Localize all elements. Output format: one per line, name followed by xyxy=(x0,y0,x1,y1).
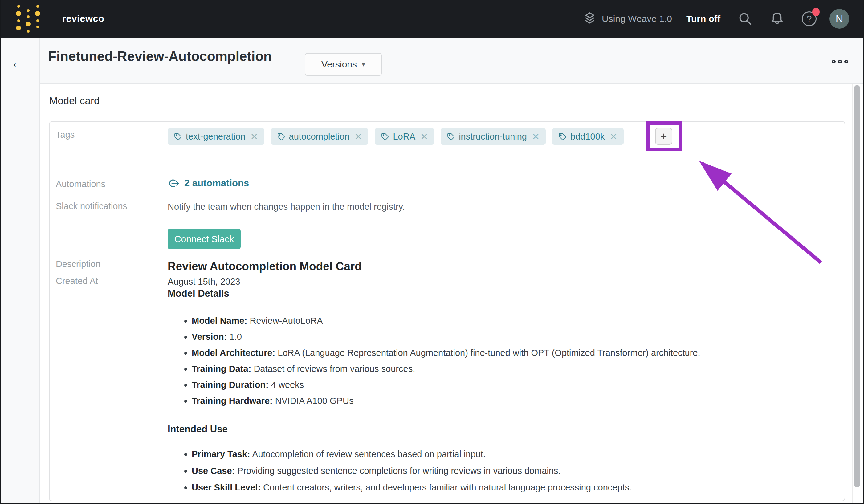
notifications-bell-icon[interactable] xyxy=(761,12,793,26)
model-details-heading: Model Details xyxy=(168,288,830,299)
created-at-label: Created At xyxy=(56,276,98,286)
tag-icon xyxy=(558,132,567,141)
tag-chip[interactable]: autocompletion ✕ xyxy=(271,128,369,145)
window-edge-left xyxy=(0,0,1,504)
remove-tag-icon[interactable]: ✕ xyxy=(355,131,362,142)
list-item: Training Duration: 4 weeks xyxy=(192,377,830,393)
overflow-menu-icon[interactable] xyxy=(832,60,848,63)
avatar[interactable]: N xyxy=(829,9,849,29)
tag-icon xyxy=(447,132,455,141)
list-item: Model Architecture: LoRA (Language Repre… xyxy=(192,345,830,361)
tag-icon xyxy=(174,132,182,141)
notification-dot xyxy=(812,8,820,16)
weave-layers-icon xyxy=(583,11,597,26)
model-card-section-title: Model card xyxy=(49,95,99,107)
turn-off-weave-button[interactable]: Turn off xyxy=(686,14,720,24)
page-title: Finetuned-Review-Autocompletion xyxy=(48,49,272,64)
intended-use-list: Primary Task: Autocompletion of review s… xyxy=(168,446,830,496)
description-content: Review Autocompletion Model Card Model D… xyxy=(168,260,830,496)
tag-chip-list: text-generation ✕ autocompletion ✕ LoRA … xyxy=(168,128,624,145)
connect-slack-button[interactable]: Connect Slack xyxy=(168,229,241,249)
list-item: Training Data: Dataset of reviews from v… xyxy=(192,361,830,377)
tags-label: Tags xyxy=(56,130,74,140)
tag-chip[interactable]: LoRA ✕ xyxy=(375,128,434,145)
help-icon[interactable]: ? xyxy=(793,11,825,26)
tag-chip[interactable]: instruction-tuning ✕ xyxy=(441,128,546,145)
workspace-name[interactable]: reviewco xyxy=(62,13,105,24)
intended-use-heading: Intended Use xyxy=(168,423,830,435)
remove-tag-icon[interactable]: ✕ xyxy=(420,131,428,142)
versions-dropdown-button[interactable]: Versions ▾ xyxy=(305,53,382,76)
chevron-down-icon: ▾ xyxy=(362,60,365,68)
top-navigation-bar: reviewco Using Weave 1.0 Turn off ? N xyxy=(0,0,864,38)
list-item: Primary Task: Autocompletion of review s… xyxy=(192,446,830,463)
back-arrow-icon[interactable]: ← xyxy=(11,56,25,70)
list-item: Model Name: Review-AutoLoRA xyxy=(192,313,830,329)
description-heading: Review Autocompletion Model Card xyxy=(168,260,830,273)
automation-icon xyxy=(168,178,180,189)
description-label: Description xyxy=(56,259,100,269)
tag-icon xyxy=(381,132,389,141)
tag-icon xyxy=(277,132,285,141)
automations-label: Automations xyxy=(56,179,105,189)
window-edge-right xyxy=(863,0,864,504)
list-item: Use Case: Providing suggested sentence c… xyxy=(192,463,830,479)
wandb-logo-icon[interactable] xyxy=(16,5,40,33)
title-bar: Finetuned-Review-Autocompletion Versions… xyxy=(0,38,864,84)
model-card-panel: Tags text-generation ✕ autocompletion ✕ … xyxy=(49,121,845,501)
list-item: User Skill Level: Content creators, writ… xyxy=(192,479,830,496)
remove-tag-icon[interactable]: ✕ xyxy=(532,131,540,142)
search-icon[interactable] xyxy=(729,12,761,26)
list-item: Training Hardware: NVIDIA A100 GPUs xyxy=(192,393,830,409)
scrollbar-thumb[interactable] xyxy=(854,85,860,487)
slack-description: Notify the team when changes happen in t… xyxy=(168,201,405,212)
list-item: Version: 1.0 xyxy=(192,329,830,345)
scrollbar-track xyxy=(852,84,853,503)
slack-label: Slack notifications xyxy=(56,201,127,211)
tag-chip[interactable]: text-generation ✕ xyxy=(168,128,264,145)
add-tag-button[interactable]: + xyxy=(655,128,672,145)
remove-tag-icon[interactable]: ✕ xyxy=(610,131,617,142)
automations-link[interactable]: 2 automations xyxy=(168,178,249,189)
tag-chip[interactable]: bdd100k ✕ xyxy=(552,128,623,145)
model-details-list: Model Name: Review-AutoLoRA Version: 1.0… xyxy=(168,313,830,409)
left-rail: ← xyxy=(0,38,40,504)
remove-tag-icon[interactable]: ✕ xyxy=(250,131,258,142)
weave-status-text: Using Weave 1.0 xyxy=(602,14,672,24)
window-edge-bottom xyxy=(0,503,864,504)
